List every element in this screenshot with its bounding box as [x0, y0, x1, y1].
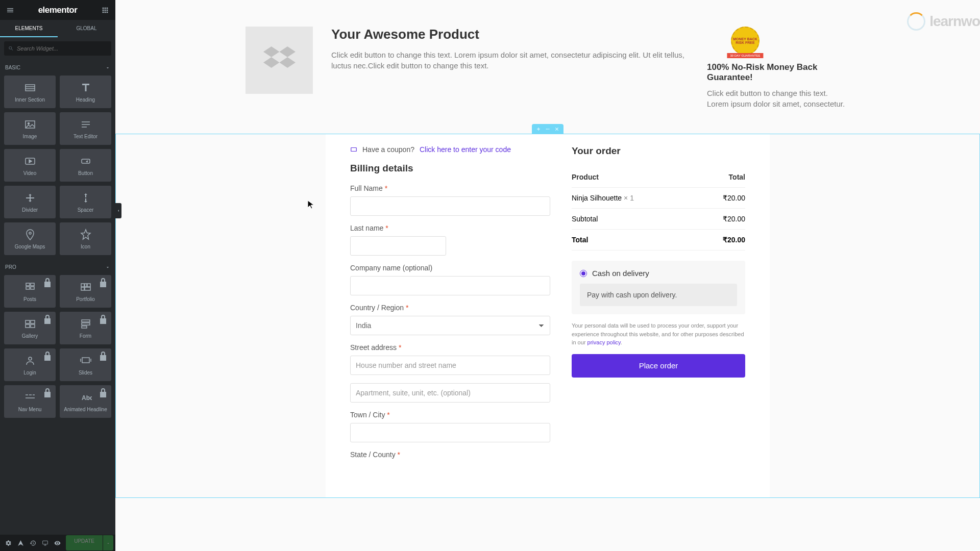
order-summary-table: Product Total Ninja Silhouette× 1 ₹20.00…: [572, 167, 745, 251]
privacy-notice: Your personal data will be used to proce…: [572, 321, 745, 347]
navigator-icon[interactable]: [14, 537, 27, 549]
widget-spacer[interactable]: Spacer: [60, 186, 111, 218]
svg-point-40: [547, 129, 548, 130]
svg-text:Abc: Abc: [82, 394, 92, 402]
preview-icon[interactable]: [51, 537, 63, 549]
street-address-1-input[interactable]: [350, 356, 550, 375]
lock-icon: [97, 350, 109, 363]
sidebar-header: elementor: [0, 0, 115, 20]
svg-rect-12: [31, 283, 34, 286]
widget-text-editor[interactable]: Text Editor: [60, 112, 111, 145]
widget-animated-headline[interactable]: AbcAnimated Headline: [60, 385, 111, 418]
product-title[interactable]: Your Awesome Product: [331, 27, 689, 42]
widget-divider[interactable]: Divider: [4, 186, 56, 218]
history-icon[interactable]: [27, 537, 39, 549]
svg-rect-11: [26, 283, 30, 286]
widget-posts[interactable]: Posts: [4, 275, 56, 308]
dropbox-icon: [261, 42, 297, 78]
billing-heading: Billing details: [350, 163, 550, 174]
state-label: State / County *: [350, 450, 550, 459]
widget-button[interactable]: Button: [60, 149, 111, 182]
svg-point-41: [549, 129, 550, 130]
checkout-section[interactable]: Have a coupon? Click here to enter your …: [115, 134, 980, 498]
svg-rect-19: [85, 287, 90, 290]
sidebar-footer: UPDATE: [0, 535, 115, 551]
search-input[interactable]: [17, 45, 107, 52]
widget-login[interactable]: Login: [4, 348, 56, 381]
full-name-input[interactable]: [350, 196, 550, 216]
street-address-2-input[interactable]: [350, 383, 550, 403]
pro-widgets-grid: Posts Portfolio Gallery Form Login Slide…: [0, 275, 115, 422]
svg-rect-17: [87, 284, 90, 287]
tab-global[interactable]: GLOBAL: [58, 20, 115, 37]
widgets-panel-icon[interactable]: [101, 6, 109, 14]
delete-section-icon[interactable]: [554, 127, 559, 132]
menu-icon[interactable]: [6, 6, 14, 14]
privacy-policy-link[interactable]: privacy policy: [587, 339, 621, 345]
svg-rect-24: [82, 320, 90, 322]
lock-icon: [41, 350, 54, 363]
add-section-icon[interactable]: [536, 127, 541, 132]
guarantee-description[interactable]: Click edit button to change this text. L…: [707, 88, 850, 109]
edit-section-icon[interactable]: [545, 127, 550, 132]
widget-image[interactable]: Image: [4, 112, 56, 145]
svg-rect-22: [26, 324, 30, 328]
tab-elements[interactable]: ELEMENTS: [0, 20, 58, 37]
payment-cash-on-delivery[interactable]: Cash on delivery: [580, 269, 737, 278]
search-widget-input-wrap[interactable]: [4, 41, 111, 56]
widget-portfolio[interactable]: Portfolio: [60, 275, 111, 308]
product-image-placeholder[interactable]: [246, 27, 313, 94]
last-name-label: Last name *: [350, 224, 550, 232]
svg-rect-25: [82, 323, 90, 325]
product-description[interactable]: Click edit button to change this text. L…: [331, 49, 689, 71]
responsive-icon[interactable]: [39, 537, 51, 549]
editor-canvas[interactable]: learnwo Your Awesome Product Click edit …: [115, 0, 980, 551]
last-name-input[interactable]: [350, 236, 446, 256]
place-order-button[interactable]: Place order: [572, 354, 745, 378]
order-subtotal-row: Subtotal ₹20.00: [572, 209, 745, 230]
chevron-down-icon: [105, 65, 110, 70]
svg-rect-42: [351, 148, 357, 152]
svg-point-4: [28, 122, 29, 124]
hero-section[interactable]: Your Awesome Product Click edit button t…: [221, 0, 874, 134]
order-item-row: Ninja Silhouette× 1 ₹20.00: [572, 188, 745, 209]
street-label: Street address *: [350, 343, 550, 352]
category-basic[interactable]: BASIC: [0, 60, 115, 76]
update-options-button[interactable]: [103, 535, 113, 550]
country-select[interactable]: India: [350, 316, 550, 335]
widget-form[interactable]: Form: [60, 312, 111, 344]
svg-rect-20: [26, 320, 30, 323]
svg-rect-0: [26, 85, 35, 91]
elementor-logo: elementor: [38, 5, 78, 15]
widget-icon[interactable]: Icon: [60, 222, 111, 255]
guarantee-title[interactable]: 100% No-Risk Money Back Guarantee!: [707, 62, 850, 83]
company-input[interactable]: [350, 276, 550, 295]
svg-rect-15: [81, 284, 84, 287]
widget-google-maps[interactable]: Google Maps: [4, 222, 56, 255]
elementor-sidebar: elementor ELEMENTS GLOBAL BASIC Inner Se…: [0, 0, 115, 551]
coupon-notice: Have a coupon? Click here to enter your …: [350, 145, 550, 154]
update-button[interactable]: UPDATE: [66, 535, 103, 550]
svg-point-39: [546, 129, 547, 130]
order-column: Your order Product Total Ninja Silhouett…: [572, 145, 745, 467]
chevron-down-icon: [105, 265, 110, 270]
guarantee-badge[interactable]: MONEY BACK RISK FREE 30 DAY GUARANTEE: [727, 27, 763, 58]
category-pro[interactable]: PRO: [0, 259, 115, 275]
lock-icon: [41, 314, 54, 326]
widget-gallery[interactable]: Gallery: [4, 312, 56, 344]
svg-rect-36: [42, 541, 47, 544]
town-input[interactable]: [350, 423, 550, 442]
radio-selected-icon: [580, 270, 587, 277]
widget-heading[interactable]: Heading: [60, 76, 111, 108]
coupon-link[interactable]: Click here to enter your code: [420, 145, 511, 154]
svg-rect-26: [82, 326, 87, 328]
settings-icon[interactable]: [2, 537, 14, 549]
widget-slides[interactable]: Slides: [60, 348, 111, 381]
town-label: Town / City *: [350, 411, 550, 419]
widget-video[interactable]: Video: [4, 149, 56, 182]
basic-widgets-grid: Inner Section Heading Image Text Editor …: [0, 76, 115, 259]
lock-icon: [97, 387, 109, 399]
widget-inner-section[interactable]: Inner Section: [4, 76, 56, 108]
widget-nav-menu[interactable]: Nav Menu: [4, 385, 56, 418]
collapse-sidebar-button[interactable]: [115, 203, 121, 218]
